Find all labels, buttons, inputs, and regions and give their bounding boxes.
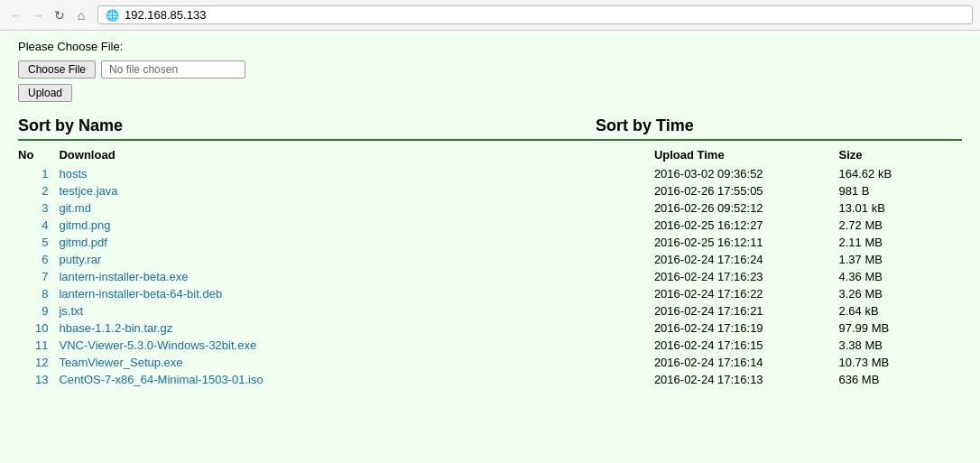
cell-size: 2.72 MB: [839, 217, 962, 234]
table-row: 9js.txt2016-02-24 17:16:212.64 kB: [18, 302, 962, 319]
nav-buttons: ← → ↻ ⌂: [7, 6, 90, 24]
cell-no: 1: [18, 165, 59, 182]
file-link[interactable]: hbase-1.1.2-bin.tar.gz: [59, 321, 172, 335]
cell-no: 3: [18, 199, 59, 217]
file-table: No Download Upload Time Size 1hosts2016-…: [18, 144, 962, 388]
table-row: 13CentOS-7-x86_64-Minimal-1503-01.iso201…: [18, 371, 962, 388]
cell-no: 11: [18, 337, 59, 354]
file-link[interactable]: hosts: [59, 167, 87, 181]
cell-size: 164.62 kB: [839, 165, 962, 182]
cell-size: 97.99 MB: [839, 319, 962, 337]
cell-no: 9: [18, 302, 59, 319]
cell-filename[interactable]: testjce.java: [59, 182, 653, 199]
table-row: 1hosts2016-03-02 09:36:52164.62 kB: [18, 165, 962, 182]
cell-upload-time: 2016-02-24 17:16:21: [654, 302, 839, 319]
cell-size: 2.64 kB: [839, 302, 962, 319]
file-link[interactable]: git.md: [59, 201, 90, 215]
table-row: 4gitmd.png2016-02-25 16:12:272.72 MB: [18, 217, 962, 234]
file-link[interactable]: CentOS-7-x86_64-Minimal-1503-01.iso: [59, 373, 263, 386]
cell-size: 981 B: [839, 182, 962, 199]
cell-no: 4: [18, 217, 59, 234]
cell-size: 10.73 MB: [839, 354, 962, 371]
cell-filename[interactable]: git.md: [59, 199, 653, 217]
cell-upload-time: 2016-02-25 16:12:11: [654, 234, 839, 251]
cell-filename[interactable]: gitmd.png: [59, 217, 653, 234]
cell-no: 5: [18, 234, 59, 251]
file-link[interactable]: js.txt: [59, 304, 83, 318]
cell-no: 13: [18, 371, 59, 388]
cell-no: 2: [18, 182, 59, 199]
cell-filename[interactable]: hosts: [59, 165, 653, 182]
cell-no: 12: [18, 354, 59, 371]
file-link[interactable]: gitmd.pdf: [59, 236, 106, 249]
cell-upload-time: 2016-02-24 17:16:19: [654, 319, 839, 337]
file-upload-row: Choose File No file chosen: [18, 60, 962, 79]
globe-icon: 🌐: [106, 9, 119, 22]
cell-filename[interactable]: lantern-installer-beta-64-bit.deb: [59, 285, 653, 302]
col-header-upload-time: Upload Time: [654, 144, 839, 165]
cell-upload-time: 2016-02-24 17:16:24: [654, 251, 839, 268]
page-content: Please Choose File: Choose File No file …: [0, 31, 980, 463]
cell-size: 2.11 MB: [839, 234, 962, 251]
address-text: 192.168.85.133: [125, 8, 206, 22]
cell-upload-time: 2016-02-26 17:55:05: [654, 182, 839, 199]
file-name-display: No file chosen: [101, 60, 245, 79]
cell-no: 7: [18, 268, 59, 285]
please-choose-label: Please Choose File:: [18, 40, 962, 53]
browser-chrome: ← → ↻ ⌂ 🌐 192.168.85.133: [0, 0, 980, 31]
cell-upload-time: 2016-02-26 09:52:12: [654, 199, 839, 217]
table-row: 2testjce.java2016-02-26 17:55:05981 B: [18, 182, 962, 199]
cell-no: 6: [18, 251, 59, 268]
cell-filename[interactable]: CentOS-7-x86_64-Minimal-1503-01.iso: [59, 371, 653, 388]
cell-upload-time: 2016-02-24 17:16:14: [654, 354, 839, 371]
cell-no: 8: [18, 285, 59, 302]
cell-filename[interactable]: hbase-1.1.2-bin.tar.gz: [59, 319, 653, 337]
table-row: 3git.md2016-02-26 09:52:1213.01 kB: [18, 199, 962, 217]
cell-filename[interactable]: putty.rar: [59, 251, 653, 268]
home-button[interactable]: ⌂: [72, 6, 90, 24]
reload-button[interactable]: ↻: [51, 6, 69, 24]
file-link[interactable]: gitmd.png: [59, 218, 110, 232]
file-link[interactable]: putty.rar: [59, 253, 101, 266]
cell-upload-time: 2016-02-25 16:12:27: [654, 217, 839, 234]
cell-size: 1.37 MB: [839, 251, 962, 268]
cell-upload-time: 2016-02-24 17:16:23: [654, 268, 839, 285]
cell-filename[interactable]: gitmd.pdf: [59, 234, 653, 251]
cell-upload-time: 2016-03-02 09:36:52: [654, 165, 839, 182]
table-row: 12TeamViewer_Setup.exe2016-02-24 17:16:1…: [18, 354, 962, 371]
col-header-size: Size: [839, 144, 962, 165]
cell-filename[interactable]: lantern-installer-beta.exe: [59, 268, 653, 285]
file-link[interactable]: lantern-installer-beta.exe: [59, 270, 188, 283]
cell-filename[interactable]: TeamViewer_Setup.exe: [59, 354, 653, 371]
cell-no: 10: [18, 319, 59, 337]
file-link[interactable]: testjce.java: [59, 184, 117, 198]
file-link[interactable]: lantern-installer-beta-64-bit.deb: [59, 287, 222, 301]
upload-button[interactable]: Upload: [18, 84, 72, 102]
choose-file-button[interactable]: Choose File: [18, 60, 96, 79]
file-table-body: 1hosts2016-03-02 09:36:52164.62 kB2testj…: [18, 165, 962, 388]
table-row: 7lantern-installer-beta.exe2016-02-24 17…: [18, 268, 962, 285]
sort-headers: Sort by Name Sort by Time: [18, 116, 962, 141]
back-button[interactable]: ←: [7, 6, 25, 24]
col-header-download: Download: [59, 144, 653, 165]
sort-by-name[interactable]: Sort by Name: [18, 116, 596, 135]
cell-size: 3.38 MB: [839, 337, 962, 354]
col-header-no: No: [18, 144, 59, 165]
sort-by-time[interactable]: Sort by Time: [596, 116, 694, 135]
cell-size: 4.36 MB: [839, 268, 962, 285]
cell-filename[interactable]: VNC-Viewer-5.3.0-Windows-32bit.exe: [59, 337, 653, 354]
file-link[interactable]: VNC-Viewer-5.3.0-Windows-32bit.exe: [59, 338, 256, 352]
table-row: 6putty.rar2016-02-24 17:16:241.37 MB: [18, 251, 962, 268]
table-header-row: No Download Upload Time Size: [18, 144, 962, 165]
cell-size: 3.26 MB: [839, 285, 962, 302]
cell-upload-time: 2016-02-24 17:16:13: [654, 371, 839, 388]
cell-filename[interactable]: js.txt: [59, 302, 653, 319]
cell-size: 636 MB: [839, 371, 962, 388]
table-row: 11VNC-Viewer-5.3.0-Windows-32bit.exe2016…: [18, 337, 962, 354]
address-bar[interactable]: 🌐 192.168.85.133: [97, 5, 973, 24]
table-row: 10hbase-1.1.2-bin.tar.gz2016-02-24 17:16…: [18, 319, 962, 337]
forward-button[interactable]: →: [29, 6, 47, 24]
cell-upload-time: 2016-02-24 17:16:15: [654, 337, 839, 354]
table-row: 5gitmd.pdf2016-02-25 16:12:112.11 MB: [18, 234, 962, 251]
file-link[interactable]: TeamViewer_Setup.exe: [59, 356, 182, 369]
